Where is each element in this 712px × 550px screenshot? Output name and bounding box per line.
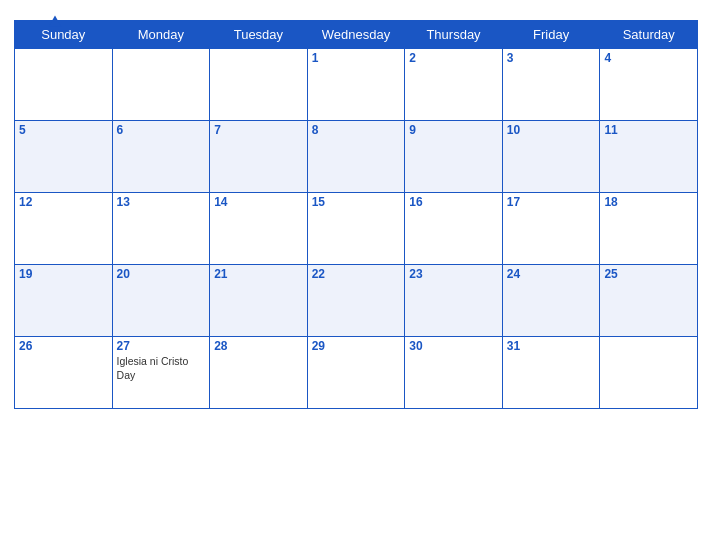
day-number: 13 bbox=[117, 195, 206, 209]
calendar-cell: 22 bbox=[307, 265, 405, 337]
weekday-header-tuesday: Tuesday bbox=[210, 21, 308, 49]
day-number: 5 bbox=[19, 123, 108, 137]
calendar-header bbox=[14, 10, 698, 16]
day-number: 4 bbox=[604, 51, 693, 65]
calendar-row-4: 2627Iglesia ni Cristo Day28293031 bbox=[15, 337, 698, 409]
calendar-cell: 23 bbox=[405, 265, 503, 337]
weekday-header-row: SundayMondayTuesdayWednesdayThursdayFrid… bbox=[15, 21, 698, 49]
calendar-cell: 19 bbox=[15, 265, 113, 337]
calendar-cell: 6 bbox=[112, 121, 210, 193]
calendar-row-2: 12131415161718 bbox=[15, 193, 698, 265]
day-event: Iglesia ni Cristo Day bbox=[117, 355, 206, 382]
calendar-cell: 27Iglesia ni Cristo Day bbox=[112, 337, 210, 409]
day-number: 7 bbox=[214, 123, 303, 137]
weekday-header-monday: Monday bbox=[112, 21, 210, 49]
calendar-cell: 3 bbox=[502, 49, 600, 121]
day-number: 22 bbox=[312, 267, 401, 281]
calendar-cell: 30 bbox=[405, 337, 503, 409]
weekday-header-wednesday: Wednesday bbox=[307, 21, 405, 49]
calendar-cell bbox=[210, 49, 308, 121]
day-number: 15 bbox=[312, 195, 401, 209]
svg-marker-0 bbox=[49, 16, 62, 27]
calendar-row-0: 1234 bbox=[15, 49, 698, 121]
day-number: 3 bbox=[507, 51, 596, 65]
day-number: 10 bbox=[507, 123, 596, 137]
calendar-cell: 2 bbox=[405, 49, 503, 121]
calendar-cell: 26 bbox=[15, 337, 113, 409]
day-number: 19 bbox=[19, 267, 108, 281]
day-number: 12 bbox=[19, 195, 108, 209]
calendar-cell: 17 bbox=[502, 193, 600, 265]
day-number: 6 bbox=[117, 123, 206, 137]
logo-area bbox=[14, 14, 94, 30]
calendar-cell: 21 bbox=[210, 265, 308, 337]
day-number: 17 bbox=[507, 195, 596, 209]
calendar-cell: 14 bbox=[210, 193, 308, 265]
day-number: 2 bbox=[409, 51, 498, 65]
calendar-cell: 28 bbox=[210, 337, 308, 409]
weekday-header-saturday: Saturday bbox=[600, 21, 698, 49]
day-number: 30 bbox=[409, 339, 498, 353]
day-number: 1 bbox=[312, 51, 401, 65]
day-number: 31 bbox=[507, 339, 596, 353]
calendar-cell bbox=[600, 337, 698, 409]
weekday-header-friday: Friday bbox=[502, 21, 600, 49]
calendar-cell: 24 bbox=[502, 265, 600, 337]
calendar-cell: 4 bbox=[600, 49, 698, 121]
calendar-row-1: 567891011 bbox=[15, 121, 698, 193]
calendar-wrapper: SundayMondayTuesdayWednesdayThursdayFrid… bbox=[0, 0, 712, 550]
day-number: 25 bbox=[604, 267, 693, 281]
day-number: 20 bbox=[117, 267, 206, 281]
day-number: 28 bbox=[214, 339, 303, 353]
day-number: 23 bbox=[409, 267, 498, 281]
day-number: 14 bbox=[214, 195, 303, 209]
day-number: 18 bbox=[604, 195, 693, 209]
calendar-row-3: 19202122232425 bbox=[15, 265, 698, 337]
day-number: 26 bbox=[19, 339, 108, 353]
calendar-cell: 7 bbox=[210, 121, 308, 193]
day-number: 11 bbox=[604, 123, 693, 137]
day-number: 8 bbox=[312, 123, 401, 137]
day-number: 9 bbox=[409, 123, 498, 137]
calendar-cell: 10 bbox=[502, 121, 600, 193]
day-number: 24 bbox=[507, 267, 596, 281]
calendar-cell bbox=[112, 49, 210, 121]
calendar-grid: SundayMondayTuesdayWednesdayThursdayFrid… bbox=[14, 20, 698, 409]
calendar-cell: 9 bbox=[405, 121, 503, 193]
calendar-cell: 31 bbox=[502, 337, 600, 409]
calendar-cell: 25 bbox=[600, 265, 698, 337]
calendar-cell: 13 bbox=[112, 193, 210, 265]
calendar-cell: 29 bbox=[307, 337, 405, 409]
logo-blue bbox=[45, 14, 63, 30]
day-number: 16 bbox=[409, 195, 498, 209]
calendar-cell: 18 bbox=[600, 193, 698, 265]
calendar-cell: 20 bbox=[112, 265, 210, 337]
day-number: 27 bbox=[117, 339, 206, 353]
calendar-cell: 1 bbox=[307, 49, 405, 121]
calendar-body: 1234567891011121314151617181920212223242… bbox=[15, 49, 698, 409]
calendar-cell: 5 bbox=[15, 121, 113, 193]
calendar-cell: 16 bbox=[405, 193, 503, 265]
calendar-cell: 11 bbox=[600, 121, 698, 193]
day-number: 21 bbox=[214, 267, 303, 281]
calendar-cell: 12 bbox=[15, 193, 113, 265]
calendar-cell: 15 bbox=[307, 193, 405, 265]
day-number: 29 bbox=[312, 339, 401, 353]
calendar-cell: 8 bbox=[307, 121, 405, 193]
weekday-header-thursday: Thursday bbox=[405, 21, 503, 49]
calendar-cell bbox=[15, 49, 113, 121]
